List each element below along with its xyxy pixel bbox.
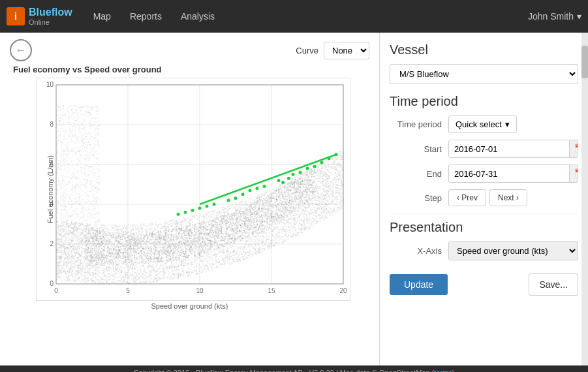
nav-map[interactable]: Map	[85, 0, 119, 33]
start-label: Start	[390, 144, 442, 154]
chart-title: Fuel economy vs Speed over ground	[13, 65, 369, 74]
end-label: End	[390, 169, 442, 179]
footer-text: Copyright © 2016 - Blueflow Energy Manag…	[134, 369, 435, 372]
save-button[interactable]: Save...	[529, 273, 578, 296]
footer: Copyright © 2016 - Blueflow Energy Manag…	[0, 365, 588, 372]
update-button[interactable]: Update	[390, 274, 448, 295]
nav-analysis[interactable]: Analysis	[173, 0, 223, 33]
time-period-title: Time period	[390, 94, 578, 109]
presentation-title: Presentation	[390, 220, 578, 235]
brand-text: Blueflow Online	[29, 7, 72, 26]
step-buttons: ‹ Prev Next ›	[448, 189, 527, 206]
main-content: ← Curve None Fuel economy vs Speed over …	[0, 33, 588, 365]
step-row: Step ‹ Prev Next ›	[390, 189, 578, 206]
x-axis-select[interactable]: Speed over ground (kts) Wind speed (kts)…	[448, 241, 578, 260]
chart-panel: ← Curve None Fuel economy vs Speed over …	[0, 33, 379, 365]
bottom-buttons: Update Save...	[390, 273, 578, 296]
navbar: i Blueflow Online Map Reports Analysis J…	[0, 0, 588, 33]
quick-select-label: Quick select	[456, 119, 502, 129]
curve-selector: Curve None	[296, 42, 369, 59]
user-dropdown-icon: ▾	[577, 11, 581, 22]
nav-reports[interactable]: Reports	[122, 0, 170, 33]
scatter-chart	[36, 78, 350, 301]
quick-select-dropdown-icon: ▾	[505, 119, 510, 129]
end-date-wrapper: 📅	[448, 164, 578, 183]
nav-user[interactable]: John Smith ▾	[528, 11, 581, 22]
x-axis-row: X-Axis Speed over ground (kts) Wind spee…	[390, 241, 578, 260]
curve-select[interactable]: None	[324, 42, 369, 59]
brand-logo: i Blueflow Online	[7, 7, 72, 26]
vessel-select[interactable]: M/S Blueflow	[390, 64, 578, 84]
scrollbar[interactable]	[581, 33, 588, 365]
curve-label: Curve	[296, 46, 318, 55]
end-date-row: End 📅	[390, 164, 578, 183]
footer-terms-link[interactable]: terms	[434, 369, 452, 372]
brand-icon: i	[7, 7, 25, 25]
quick-select-button[interactable]: Quick select ▾	[448, 116, 517, 133]
prev-button[interactable]: ‹ Prev	[448, 189, 486, 206]
divider	[390, 213, 578, 213]
back-button[interactable]: ←	[10, 39, 32, 61]
start-date-input[interactable]	[449, 141, 569, 157]
vessel-section-title: Vessel	[390, 42, 578, 57]
right-panel: Vessel M/S Blueflow Time period Time per…	[379, 33, 588, 365]
step-label: Step	[390, 193, 442, 203]
brand-name: Blueflow	[29, 7, 72, 18]
start-date-wrapper: 📅	[448, 140, 578, 158]
chart-header: ← Curve None	[10, 39, 369, 61]
next-button[interactable]: Next ›	[489, 189, 527, 206]
nav-links: Map Reports Analysis	[85, 0, 528, 33]
end-date-input[interactable]	[449, 166, 569, 182]
end-calendar-icon[interactable]: 📅	[569, 165, 578, 182]
brand-sub: Online	[29, 18, 72, 26]
time-period-label: Time period	[390, 119, 442, 129]
user-name: John Smith	[528, 11, 574, 22]
start-calendar-icon[interactable]: 📅	[569, 140, 578, 157]
footer-text-end: )	[452, 369, 455, 372]
start-date-row: Start 📅	[390, 140, 578, 158]
x-axis-field-label: X-Axis	[390, 246, 442, 256]
scrollbar-thumb[interactable]	[581, 46, 588, 78]
y-axis-label: Fuel economy (L/nm)	[46, 155, 54, 223]
time-period-row: Time period Quick select ▾	[390, 116, 578, 133]
x-axis-label: Speed over ground (kts)	[10, 302, 369, 310]
